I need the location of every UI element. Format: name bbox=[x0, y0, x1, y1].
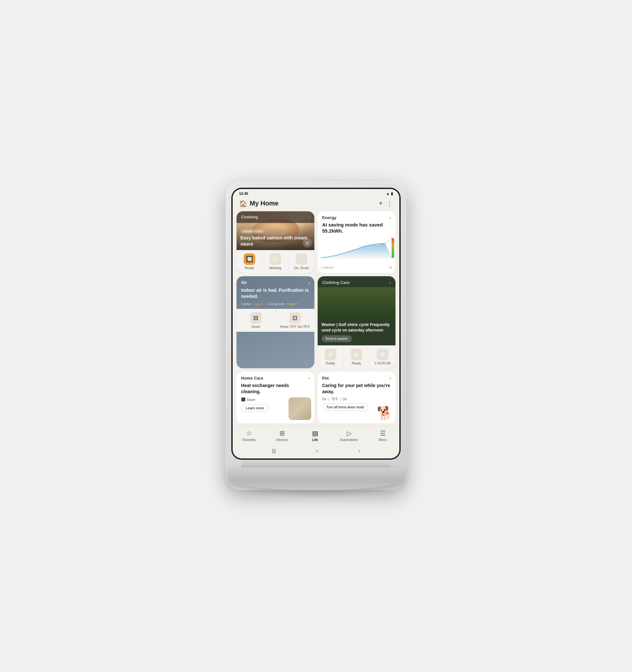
dryer-round-icon: ⊕ bbox=[351, 349, 362, 360]
energy-text: AI saving mode has saved 55.2kWh. bbox=[318, 222, 396, 237]
air-header: Air › bbox=[236, 276, 314, 287]
dryer-appliance-image bbox=[288, 398, 311, 420]
android-back-button[interactable]: ‹ bbox=[358, 448, 360, 454]
living-room-label: Living room bbox=[269, 303, 284, 306]
clothing-chevron-icon: › bbox=[389, 280, 391, 285]
nav-devices[interactable]: ⊞ Devices bbox=[274, 429, 290, 442]
nav-automations[interactable]: ▷ Automations bbox=[340, 429, 358, 442]
air-device-1[interactable]: ⊟ Smart bbox=[236, 309, 276, 332]
pet-metrics: On | 75°F | On bbox=[318, 398, 396, 404]
learn-more-button[interactable]: Learn more bbox=[241, 404, 269, 412]
living-room-value: 81μg/m³ bbox=[287, 303, 298, 306]
air-card[interactable]: Air › Indoor air is bad. Purification is… bbox=[236, 276, 314, 369]
energy-card[interactable]: Energy › AI saving mode has saved 55.2kW… bbox=[318, 211, 396, 273]
separator: | bbox=[266, 303, 266, 306]
air-label: Air bbox=[241, 280, 247, 285]
device-frame: 12:45 ▲ ▮ 🏠 My Home + ⋮ bbox=[226, 182, 406, 490]
pet-label: Pet bbox=[322, 376, 329, 381]
android-recents-button[interactable]: ||| bbox=[272, 448, 276, 454]
cooking-devices: 🔲 Ready ⊡ Working ⌂ On, Smart bbox=[236, 250, 314, 273]
device-stand bbox=[241, 460, 391, 467]
nav-life[interactable]: ▤ Life bbox=[307, 429, 323, 442]
pet-metric-2: 75°F bbox=[331, 398, 338, 401]
bottom-nav: ☆ Favorites ⊞ Devices ▤ Life ▷ Automatio… bbox=[233, 426, 399, 446]
cooking-card[interactable]: Cooking › Detailed recipe Easy baked sal… bbox=[236, 211, 314, 273]
main-content: Cooking › Detailed recipe Easy baked sal… bbox=[233, 211, 399, 426]
pet-dot-2: | bbox=[340, 398, 341, 401]
cooking-title: Easy baked salmon with cream sauce bbox=[240, 235, 310, 246]
pet-metric-1: On bbox=[322, 398, 326, 401]
outdoor-value: 5μg/m³ bbox=[254, 303, 263, 306]
air-device-2[interactable]: ⊡ Home 75°F Set 75°F bbox=[276, 309, 315, 332]
clothing-device-3-label: 1:10:00 left bbox=[374, 362, 390, 365]
send-to-washer-button[interactable]: Send to washer bbox=[322, 335, 352, 342]
status-bar: 12:45 ▲ ▮ bbox=[233, 189, 399, 197]
energy-chevron-icon: › bbox=[389, 215, 391, 220]
home-care-text: Heat exchanger needs cleaning. bbox=[236, 383, 314, 398]
favorites-label: Favorites bbox=[242, 438, 256, 442]
svg-point-0 bbox=[377, 243, 379, 245]
home-care-card[interactable]: Home Care › Heat exchanger needs cleanin… bbox=[236, 371, 314, 423]
nav-favorites[interactable]: ☆ Favorites bbox=[241, 429, 257, 442]
dryer-text: Dryer bbox=[247, 398, 256, 402]
header-actions: + ⋮ bbox=[379, 200, 393, 208]
app-title: My Home bbox=[250, 200, 279, 207]
home-icon: 🏠 bbox=[239, 200, 247, 208]
pet-chevron-icon: › bbox=[389, 376, 391, 381]
dryer-icon: ⬛ bbox=[241, 398, 245, 402]
status-icons: ▲ ▮ bbox=[386, 192, 393, 196]
cooking-device-1-label: Ready bbox=[244, 266, 254, 270]
home-alone-button[interactable]: Turn off home alone mode bbox=[322, 404, 368, 411]
clothing-device-1[interactable]: ⊚ Ready bbox=[318, 345, 344, 368]
menu-icon: ☰ bbox=[380, 429, 386, 437]
clothing-care-card[interactable]: Clothing Care › Washer | Golf shirts cyc… bbox=[318, 276, 396, 369]
home-care-header: Home Care › bbox=[236, 371, 314, 383]
clothing-image bbox=[318, 287, 396, 319]
signal-icon: ▲ bbox=[386, 192, 390, 195]
dog-illustration: 🐕 bbox=[377, 405, 393, 421]
scanner-icon[interactable]: ⊙ bbox=[303, 238, 312, 247]
time-remaining-icon: ⊠ bbox=[377, 349, 389, 360]
life-label: Life bbox=[312, 438, 318, 442]
clothing-device-2[interactable]: ⊕ Ready bbox=[344, 345, 369, 368]
menu-label: Menu bbox=[379, 438, 387, 442]
clothing-device-3[interactable]: ⊠ 1:10:00 left bbox=[370, 345, 396, 368]
clothing-device-1-label: Ready bbox=[326, 362, 335, 365]
air-metrics: Outdoor 5μg/m³ | Living room 81μg/m³ bbox=[236, 303, 314, 309]
cooking-chevron-icon: › bbox=[308, 215, 310, 220]
cooking-device-2[interactable]: ⊡ Working bbox=[262, 250, 288, 273]
cooking-device-3[interactable]: ⌂ On, Smart bbox=[288, 250, 314, 273]
air-purifier-icon: ⊟ bbox=[250, 312, 262, 324]
washer-icon: ⊚ bbox=[325, 349, 336, 360]
air-device-2-label: Home 75°F Set 75°F bbox=[280, 325, 310, 329]
air-text: Indoor air is bad. Purification is neede… bbox=[236, 287, 314, 303]
automations-icon: ▷ bbox=[347, 429, 352, 437]
cards-grid: Cooking › Detailed recipe Easy baked sal… bbox=[236, 211, 396, 424]
devices-label: Devices bbox=[276, 438, 288, 442]
air-device-1-label: Smart bbox=[251, 325, 260, 329]
cooking-device-1[interactable]: 🔲 Ready bbox=[236, 250, 262, 273]
header-left: 🏠 My Home bbox=[239, 200, 279, 208]
hood-icon: ⌂ bbox=[296, 253, 307, 265]
cooking-overlay: Detailed recipe Easy baked salmon with c… bbox=[236, 225, 314, 250]
energy-color-bar bbox=[392, 238, 394, 258]
pet-header: Pet › bbox=[318, 371, 396, 383]
pet-card[interactable]: Pet › Caring for your pet while you're a… bbox=[318, 371, 396, 423]
cooking-device-3-label: On, Smart bbox=[294, 266, 309, 270]
recipe-badge[interactable]: Detailed recipe bbox=[240, 229, 264, 234]
energy-header: Energy › bbox=[318, 211, 396, 222]
energy-chart bbox=[318, 237, 396, 266]
cooking-header: Cooking › bbox=[236, 211, 314, 223]
pet-text: Caring for your pet while you're away. bbox=[318, 383, 396, 398]
clothing-title: Washer | Golf shirts cycle Frequently us… bbox=[322, 322, 392, 333]
golf-scene-image bbox=[318, 287, 396, 319]
air-devices: ⊟ Smart ⊡ Home 75°F Set 75°F bbox=[236, 309, 314, 332]
android-home-button[interactable]: ○ bbox=[316, 448, 319, 454]
screen-wrap: 12:45 ▲ ▮ 🏠 My Home + ⋮ bbox=[231, 188, 401, 460]
chart-start-label: 1 January bbox=[321, 266, 334, 269]
more-menu-icon[interactable]: ⋮ bbox=[387, 200, 393, 208]
add-icon[interactable]: + bbox=[379, 200, 382, 207]
nav-menu[interactable]: ☰ Menu bbox=[375, 429, 391, 442]
device-base bbox=[228, 467, 404, 490]
home-care-chevron-icon: › bbox=[308, 376, 310, 381]
